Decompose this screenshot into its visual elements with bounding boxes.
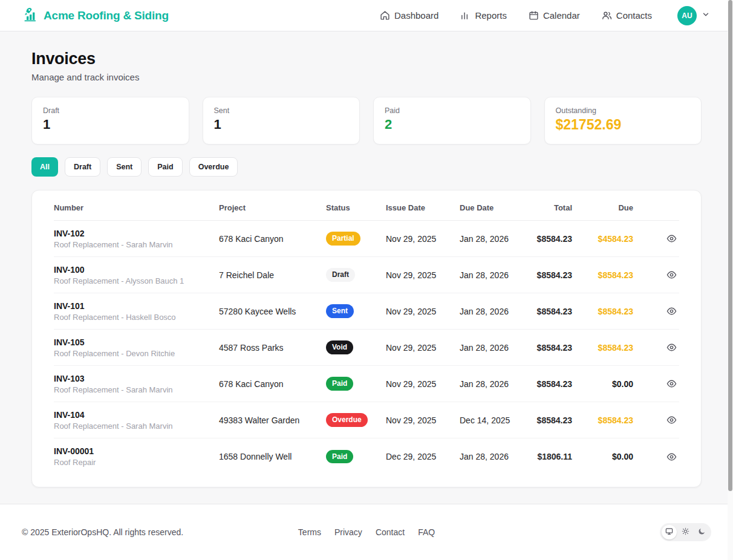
- stat-value: 2: [385, 117, 520, 132]
- invoice-project: 678 Kaci Canyon: [219, 234, 326, 244]
- theme-light-button[interactable]: [678, 525, 693, 539]
- invoice-description: Roof Replacement - Sarah Marvin: [54, 385, 219, 394]
- column-header-number: Number: [54, 203, 219, 212]
- invoice-due-date: Jan 28, 2026: [460, 270, 536, 280]
- invoice-total: $8584.23: [536, 270, 572, 280]
- calendar-icon: [529, 10, 539, 21]
- user-menu[interactable]: AU: [677, 6, 710, 25]
- view-invoice-button[interactable]: [664, 449, 679, 464]
- table-row[interactable]: INV-105 Roof Replacement - Devon Ritchie…: [54, 330, 679, 366]
- view-invoice-button[interactable]: [664, 231, 679, 246]
- users-icon: [602, 10, 612, 21]
- table-row[interactable]: INV-00001 Roof Repair 1658 Donnelly Well…: [54, 438, 679, 475]
- invoice-issue-date: Nov 29, 2025: [386, 307, 460, 316]
- invoice-due-amount: $4584.23: [572, 234, 633, 244]
- invoice-project: 678 Kaci Canyon: [219, 379, 326, 389]
- invoice-project: 4587 Ross Parks: [219, 343, 326, 353]
- invoice-due-date: Jan 28, 2026: [460, 379, 536, 389]
- nav-item-contacts[interactable]: Contacts: [602, 10, 652, 21]
- invoice-number: INV-105: [54, 337, 219, 347]
- invoice-due-amount: $8584.23: [572, 343, 633, 353]
- stat-card-draft: Draft 1: [31, 97, 189, 145]
- invoice-number: INV-101: [54, 301, 219, 311]
- nav-label: Calendar: [543, 10, 580, 21]
- status-badge: Void: [326, 340, 353, 354]
- invoice-issue-date: Nov 29, 2025: [386, 343, 460, 353]
- filter-chip-overdue[interactable]: Overdue: [189, 157, 238, 177]
- invoice-due-amount: $8584.23: [572, 270, 633, 280]
- table-row[interactable]: INV-101 Roof Replacement - Haskell Bosco…: [54, 293, 679, 330]
- filter-chip-draft[interactable]: Draft: [65, 157, 100, 177]
- invoice-total: $8584.23: [536, 307, 572, 316]
- view-invoice-button[interactable]: [664, 340, 679, 355]
- table-row[interactable]: INV-102 Roof Replacement - Sarah Marvin …: [54, 221, 679, 257]
- status-badge: Draft: [326, 268, 355, 281]
- filter-chip-paid[interactable]: Paid: [148, 157, 182, 177]
- nav-item-calendar[interactable]: Calendar: [529, 10, 580, 21]
- brand-logo[interactable]: Acme Roofing & Siding: [22, 6, 169, 25]
- filter-chip-all[interactable]: All: [31, 157, 58, 177]
- invoice-total: $1806.11: [536, 452, 572, 461]
- table-row[interactable]: INV-100 Roof Replacement - Alysson Bauch…: [54, 257, 679, 293]
- invoice-due-date: Jan 28, 2026: [460, 343, 536, 353]
- invoice-number: INV-100: [54, 265, 219, 275]
- avatar[interactable]: AU: [677, 6, 697, 25]
- page-subtitle: Manage and track invoices: [31, 72, 702, 82]
- filter-chip-sent[interactable]: Sent: [107, 157, 142, 177]
- nav-label: Contacts: [616, 10, 652, 21]
- footer-links: Terms Privacy Contact FAQ: [298, 527, 435, 537]
- invoices-table: Number Project Status Issue Date Due Dat…: [31, 190, 702, 487]
- moon-icon: [698, 527, 706, 537]
- stats-row: Draft 1 Sent 1 Paid 2 Outstanding $21752…: [31, 97, 702, 145]
- view-invoice-button[interactable]: [664, 376, 679, 391]
- page-title: Invoices: [31, 50, 702, 68]
- table-row[interactable]: INV-104 Roof Replacement - Sarah Marvin …: [54, 402, 679, 438]
- view-invoice-button[interactable]: [664, 267, 679, 282]
- vertical-scrollbar-thumb[interactable]: [728, 0, 732, 491]
- view-invoice-button[interactable]: [664, 412, 679, 428]
- footer-link-terms[interactable]: Terms: [298, 527, 321, 537]
- nav-label: Dashboard: [394, 10, 438, 21]
- column-header-project: Project: [219, 203, 326, 212]
- invoice-due-amount: $8584.23: [572, 415, 633, 425]
- vertical-scrollbar-track: [728, 0, 733, 560]
- nav-item-dashboard[interactable]: Dashboard: [380, 10, 438, 21]
- invoice-number: INV-103: [54, 374, 219, 383]
- footer-link-privacy[interactable]: Privacy: [334, 527, 362, 537]
- stat-label: Outstanding: [556, 106, 691, 115]
- view-invoice-button[interactable]: [664, 304, 679, 319]
- invoice-issue-date: Nov 29, 2025: [386, 270, 460, 280]
- theme-dark-button[interactable]: [694, 525, 709, 539]
- sun-icon: [682, 527, 689, 537]
- invoice-description: Roof Replacement - Haskell Bosco: [54, 313, 219, 322]
- invoice-project: 57280 Kaycee Wells: [219, 307, 326, 316]
- invoice-project: 1658 Donnelly Well: [219, 452, 326, 461]
- nav-item-reports[interactable]: Reports: [460, 10, 507, 21]
- invoice-project: 49383 Walter Garden: [219, 415, 326, 425]
- chevron-down-icon: [702, 10, 710, 21]
- column-header-total: Total: [536, 203, 572, 212]
- invoice-number: INV-102: [54, 229, 219, 238]
- invoices-page: Invoices Manage and track invoices Draft…: [0, 31, 733, 487]
- table-row[interactable]: INV-103 Roof Replacement - Sarah Marvin …: [54, 366, 679, 402]
- footer-link-contact[interactable]: Contact: [376, 527, 405, 537]
- invoice-description: Roof Replacement - Alysson Bauch 1: [54, 276, 219, 285]
- nav-label: Reports: [475, 10, 507, 21]
- invoice-due-date: Jan 28, 2026: [460, 452, 536, 461]
- invoice-issue-date: Nov 29, 2025: [386, 379, 460, 389]
- theme-system-button[interactable]: [662, 525, 677, 539]
- table-header-row: Number Project Status Issue Date Due Dat…: [54, 194, 679, 221]
- brand-name: Acme Roofing & Siding: [44, 9, 169, 22]
- stat-label: Sent: [214, 106, 349, 115]
- invoice-description: Roof Replacement - Sarah Marvin: [54, 422, 219, 431]
- invoice-issue-date: Dec 29, 2025: [386, 452, 460, 461]
- home-icon: [380, 10, 390, 21]
- footer-link-faq[interactable]: FAQ: [418, 527, 435, 537]
- invoice-due-amount: $0.00: [572, 379, 633, 389]
- stat-label: Draft: [43, 106, 178, 115]
- invoice-issue-date: Nov 29, 2025: [386, 415, 460, 425]
- invoice-total: $8584.23: [536, 415, 572, 425]
- invoice-due-date: Dec 14, 2025: [460, 415, 536, 425]
- invoice-number: INV-104: [54, 410, 219, 420]
- stat-card-sent: Sent 1: [203, 97, 360, 145]
